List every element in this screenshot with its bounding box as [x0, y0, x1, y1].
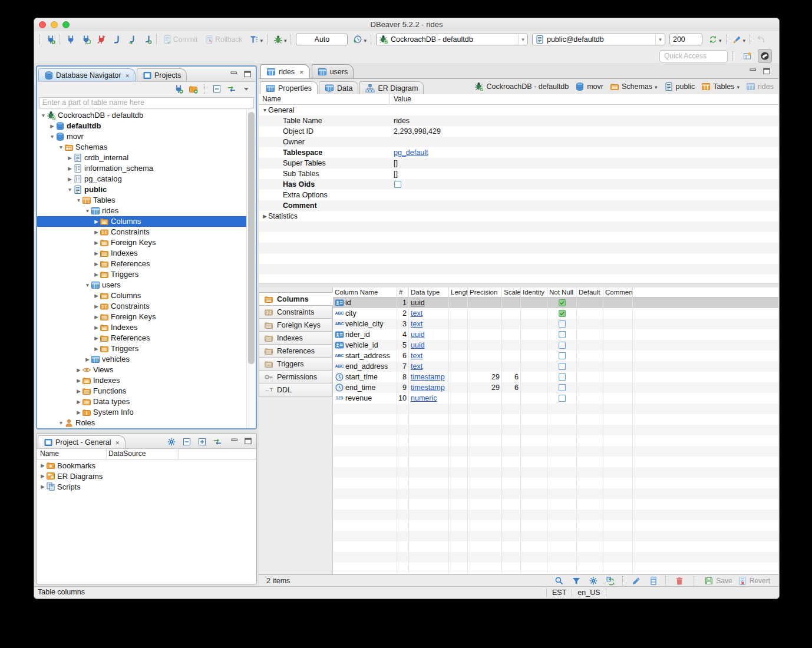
- tree-item-public[interactable]: ▼public: [37, 184, 247, 195]
- format-brush-button[interactable]: [731, 34, 747, 45]
- sync-button[interactable]: [707, 34, 723, 45]
- cell-comment[interactable]: [603, 361, 633, 372]
- tree-collapsed-arrow-icon[interactable]: ▶: [84, 356, 91, 362]
- cell-length[interactable]: [449, 382, 468, 393]
- tablespace-link[interactable]: pg_default: [394, 148, 428, 157]
- column-row-rider-id[interactable]: rider_id4uuid: [333, 329, 778, 340]
- detail-tab-constraints[interactable]: Constraints: [259, 305, 332, 319]
- delete-trash-button[interactable]: [674, 576, 685, 586]
- tree-collapsed-arrow-icon[interactable]: ▶: [67, 176, 73, 182]
- tab-er-diagram[interactable]: ER Diagram: [359, 81, 424, 95]
- tree-expanded-arrow-icon[interactable]: ▼: [84, 208, 91, 214]
- tree-collapsed-arrow-icon[interactable]: ▶: [75, 367, 82, 373]
- back-button[interactable]: [755, 34, 767, 45]
- search-button[interactable]: [553, 576, 565, 586]
- tree-collapsed-arrow-icon[interactable]: ▶: [75, 399, 82, 405]
- cell-scale[interactable]: [502, 393, 521, 404]
- cell-column-name[interactable]: start_time: [333, 372, 397, 382]
- cell-not-null[interactable]: [547, 319, 577, 329]
- property-value[interactable]: [390, 137, 778, 147]
- project-item-er-diagrams[interactable]: ▶ER Diagrams: [37, 471, 256, 481]
- grid-column-header-column-name[interactable]: Column Name: [333, 287, 397, 297]
- tree-expanded-arrow-icon[interactable]: ▼: [84, 282, 91, 288]
- checkbox-unchecked-icon[interactable]: [394, 180, 402, 189]
- grid-column-header-default[interactable]: Default: [577, 287, 603, 297]
- minimize-editor-icon[interactable]: [748, 67, 758, 76]
- rollback-button[interactable]: Rollback: [203, 34, 243, 45]
- tree-expanded-arrow-icon[interactable]: ▼: [58, 420, 64, 426]
- property-value[interactable]: [390, 105, 778, 115]
- tree-item-defaultdb[interactable]: ▶defaultdb: [37, 121, 247, 131]
- reconnect-button[interactable]: [80, 34, 92, 45]
- cell-comment[interactable]: [603, 372, 633, 382]
- cell-scale[interactable]: [502, 329, 521, 340]
- cell-ordinal[interactable]: 2: [397, 308, 409, 319]
- tab-projects[interactable]: Projects: [137, 68, 187, 81]
- cell-default[interactable]: [577, 319, 603, 329]
- fetch-size-input[interactable]: [669, 34, 702, 45]
- cell-not-null[interactable]: [547, 297, 577, 308]
- minimize-window-button[interactable]: [51, 21, 58, 28]
- tree-collapsed-arrow-icon[interactable]: ▶: [93, 325, 100, 330]
- cell-comment[interactable]: [603, 329, 633, 340]
- cell-ordinal[interactable]: 5: [397, 340, 409, 351]
- cell-ordinal[interactable]: 7: [397, 361, 409, 372]
- column-row-start-time[interactable]: start_time8timestamp296: [333, 372, 778, 382]
- column-header-value[interactable]: Value: [394, 95, 411, 103]
- cell-data-type[interactable]: text: [409, 361, 449, 372]
- property-row-object-id[interactable]: Object ID2,293,998,429: [259, 126, 778, 137]
- disconnect-button[interactable]: [95, 34, 107, 45]
- cell-identity[interactable]: [521, 351, 547, 361]
- tree-collapsed-arrow-icon[interactable]: ▶: [93, 272, 100, 277]
- close-tab-icon[interactable]: [115, 438, 120, 447]
- breadcrumb-item-tables[interactable]: Tables: [701, 82, 740, 91]
- minimize-view-icon[interactable]: [230, 437, 239, 446]
- checkbox-unchecked-icon[interactable]: [558, 362, 566, 371]
- tree-item-foreign-keys[interactable]: ▶Foreign Keys: [37, 237, 247, 248]
- cell-identity[interactable]: [521, 297, 547, 308]
- cell-precision[interactable]: [468, 340, 502, 351]
- grid-column-header-scale[interactable]: Scale: [502, 287, 521, 297]
- detail-tab-permissions[interactable]: Permissions: [259, 370, 332, 383]
- cell-ordinal[interactable]: 3: [397, 319, 409, 329]
- quick-access-input[interactable]: [659, 50, 728, 62]
- cell-ordinal[interactable]: 1: [397, 297, 409, 308]
- tree-item-users[interactable]: ▼users: [37, 280, 247, 290]
- cell-default[interactable]: [577, 382, 603, 393]
- cell-data-type[interactable]: uuid: [409, 329, 449, 340]
- cell-length[interactable]: [449, 361, 468, 372]
- cell-identity[interactable]: [521, 308, 547, 319]
- cell-column-name[interactable]: end_time: [333, 382, 397, 393]
- cell-scale[interactable]: [502, 351, 521, 361]
- tree-item-columns[interactable]: ▶Columns: [37, 216, 247, 227]
- schema-dropdown-arrow[interactable]: [655, 34, 665, 45]
- cell-column-name[interactable]: vehicle_id: [333, 340, 397, 351]
- checkbox-checked-icon[interactable]: [558, 299, 566, 307]
- cell-precision[interactable]: [468, 329, 502, 340]
- sql-editor-button[interactable]: [111, 34, 123, 45]
- column-row-id[interactable]: id1uuid: [333, 297, 778, 308]
- link-with-editor-button[interactable]: [212, 437, 223, 447]
- editor-tab-rides[interactable]: rides: [260, 64, 310, 78]
- minimize-view-icon[interactable]: [229, 70, 239, 79]
- data-type-link[interactable]: timestamp: [411, 383, 445, 392]
- cell-default[interactable]: [577, 329, 603, 340]
- transaction-log-button[interactable]: [352, 34, 368, 45]
- new-connection-button[interactable]: [45, 34, 57, 45]
- connection-select[interactable]: CockroachDB - defaultdb: [376, 34, 528, 45]
- cell-identity[interactable]: [521, 372, 547, 382]
- breadcrumb-item-schemas[interactable]: Schemas: [610, 82, 658, 91]
- tree-item-roles[interactable]: ▼Roles: [37, 418, 247, 428]
- data-type-link[interactable]: timestamp: [411, 373, 445, 381]
- cell-comment[interactable]: [603, 297, 633, 308]
- cell-length[interactable]: [449, 393, 468, 404]
- tab-database-navigator[interactable]: Database Navigator: [38, 68, 136, 81]
- data-type-link[interactable]: uuid: [411, 341, 425, 349]
- cell-precision[interactable]: [468, 297, 502, 308]
- cell-comment[interactable]: [603, 340, 633, 351]
- column-row-vehicle-id[interactable]: vehicle_id5uuid: [333, 340, 778, 351]
- cell-precision[interactable]: [468, 319, 502, 329]
- checkbox-unchecked-icon[interactable]: [558, 341, 566, 349]
- table-filter-input[interactable]: [39, 97, 254, 108]
- cell-length[interactable]: [449, 372, 468, 382]
